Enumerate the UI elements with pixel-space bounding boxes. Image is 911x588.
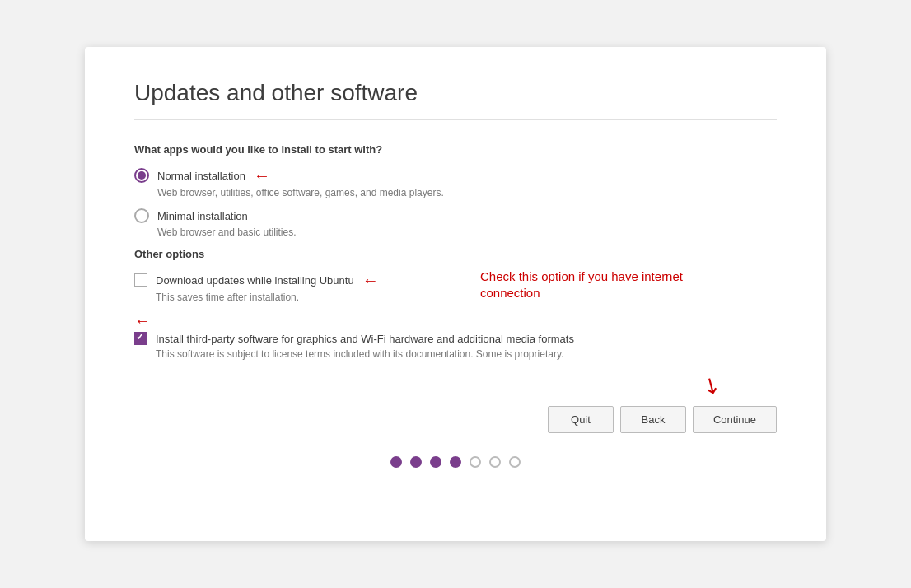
main-window: Updates and other software What apps wou… (85, 47, 826, 541)
normal-installation-label: Normal installation (157, 170, 245, 182)
dot-4 (450, 456, 461, 468)
download-updates-arrow: ← (362, 272, 379, 288)
dot-6 (489, 456, 501, 468)
normal-installation-radio[interactable] (134, 168, 149, 183)
dot-2 (410, 456, 422, 468)
dot-1 (390, 456, 402, 468)
button-row: Quit Back Continue (134, 393, 777, 433)
minimal-installation-radio[interactable] (134, 208, 149, 223)
minimal-installation-option[interactable]: Minimal installation (134, 208, 777, 223)
download-updates-checkbox[interactable] (134, 273, 147, 287)
third-party-option[interactable]: Install third-party software for graphic… (134, 332, 777, 345)
back-button[interactable]: Back (620, 406, 686, 433)
button-area: ↘ Quit Back Continue (134, 393, 777, 433)
dot-7 (509, 456, 521, 468)
download-updates-annotation: Check this option if you have internet c… (480, 268, 694, 302)
installation-question: What apps would you like to install to s… (134, 143, 777, 156)
third-party-arrow: ← (134, 311, 777, 330)
quit-button[interactable]: Quit (548, 406, 614, 433)
third-party-description: This software is subject to license term… (156, 348, 777, 360)
continue-button[interactable]: Continue (693, 406, 777, 433)
dot-3 (430, 456, 441, 468)
minimal-installation-label: Minimal installation (157, 210, 248, 222)
third-party-label: Install third-party software for graphic… (156, 333, 574, 345)
normal-arrow-annotation: ← (254, 167, 270, 184)
other-options-title: Other options (134, 248, 777, 260)
page-title: Updates and other software (134, 80, 777, 120)
normal-installation-description: Web browser, utilities, office software,… (157, 187, 777, 198)
third-party-checkbox[interactable] (134, 332, 147, 345)
progress-dots (134, 456, 777, 476)
normal-installation-option[interactable]: Normal installation ← (134, 167, 777, 184)
minimal-installation-description: Web browser and basic utilities. (157, 226, 777, 238)
download-updates-label: Download updates while installing Ubuntu (156, 274, 354, 287)
dot-5 (470, 456, 481, 468)
download-updates-container: Download updates while installing Ubuntu… (134, 272, 777, 288)
